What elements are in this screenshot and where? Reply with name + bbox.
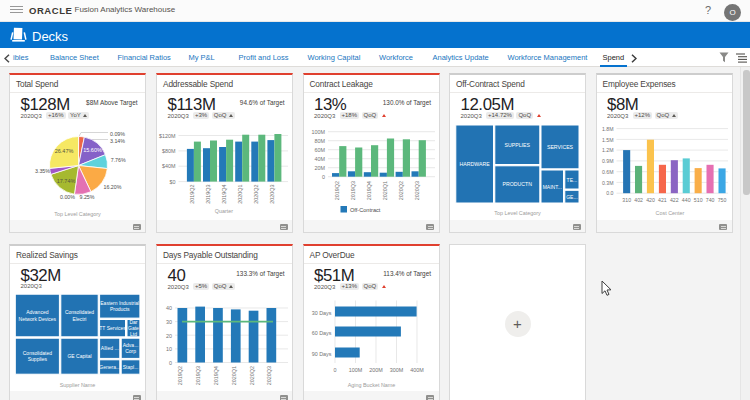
svg-text:GE...: GE... [566,193,577,199]
svg-text:Stapl...: Stapl... [123,364,139,370]
svg-text:30: 30 [166,318,172,324]
svg-text:0: 0 [169,359,172,365]
svg-text:40: 40 [166,305,172,311]
svg-text:Ltd: Ltd [130,331,137,337]
svg-text:100M: 100M [311,128,325,134]
svg-text:Gate: Gate [128,325,139,331]
svg-text:2020Q2: 2020Q2 [253,184,259,203]
svg-text:2019Q2: 2019Q2 [189,184,195,203]
svg-text:$40M: $40M [162,163,176,169]
svg-text:TE...: TE... [567,176,578,182]
svg-text:$80M: $80M [162,148,176,154]
svg-text:2019Q4: 2019Q4 [221,184,227,203]
svg-text:400M: 400M [410,367,424,373]
svg-text:402: 402 [634,197,643,203]
svg-text:421: 421 [658,197,667,203]
svg-text:Products: Products [110,306,130,312]
svg-text:60M: 60M [314,146,325,152]
svg-text:Allied ...: Allied ... [101,345,119,351]
svg-text:2020Q3: 2020Q3 [269,184,275,203]
svg-text:1.5M: 1.5M [601,136,613,142]
svg-text:0: 0 [333,367,336,373]
svg-text:Supplier Name: Supplier Name [60,381,96,387]
svg-text:420: 420 [646,197,655,203]
svg-text:2019Q2: 2019Q2 [177,366,183,385]
svg-text:PRODUCTN: PRODUCTN [503,181,533,187]
svg-text:0.6M: 0.6M [601,168,613,174]
svg-text:Quarter: Quarter [215,208,233,214]
svg-text:0.0: 0.0 [606,190,613,196]
svg-text:3.14%: 3.14% [110,137,125,143]
svg-text:SUPPLIES: SUPPLIES [505,141,531,147]
svg-text:2019Q4: 2019Q4 [366,181,372,200]
svg-text:2020Q1: 2020Q1 [381,181,387,200]
svg-text:510: 510 [693,197,702,203]
svg-text:1.8M: 1.8M [601,125,613,131]
svg-text:Advanced: Advanced [26,309,48,315]
svg-text:Supplies: Supplies [28,356,48,362]
svg-text:Top Level Category: Top Level Category [54,210,101,216]
svg-text:2020Q2: 2020Q2 [397,181,403,200]
svg-text:Top Level Category: Top Level Category [494,209,541,215]
svg-text:300M: 300M [389,367,403,373]
svg-text:9.25%: 9.25% [80,194,95,200]
svg-text:10: 10 [166,346,172,352]
svg-text:310: 310 [622,197,631,203]
svg-text:HARDWARE: HARDWARE [460,161,491,167]
svg-text:0.00%: 0.00% [60,194,75,200]
svg-text:$120M: $120M [159,132,176,138]
svg-text:GE Capital: GE Capital [67,353,91,359]
svg-text:750: 750 [717,197,726,203]
svg-text:2020Q1: 2020Q1 [237,184,243,203]
svg-text:1.2M: 1.2M [601,147,613,153]
svg-text:15.60%: 15.60% [83,146,102,152]
svg-text:Consolidated: Consolidated [65,309,94,315]
svg-text:Genera...: Genera... [99,364,120,370]
svg-text:Eastern Industrial: Eastern Industrial [100,300,139,306]
svg-text:0: 0 [322,173,325,179]
svg-text:100M: 100M [348,367,362,373]
svg-text:16.20%: 16.20% [104,183,122,189]
svg-text:17.74%: 17.74% [57,178,76,184]
svg-text:2019Q3: 2019Q3 [350,181,356,200]
svg-text:20M: 20M [314,164,325,170]
svg-text:$0: $0 [170,178,176,184]
svg-text:90 Days: 90 Days [311,350,331,356]
svg-text:2019Q3: 2019Q3 [205,184,211,203]
svg-text:2019Q4: 2019Q4 [213,366,219,385]
svg-text:60 Days: 60 Days [311,329,331,335]
svg-text:Network Devices: Network Devices [19,315,57,321]
svg-text:0.09%: 0.09% [110,130,125,136]
svg-text:MAINT...: MAINT... [543,183,562,189]
svg-text:422: 422 [669,197,678,203]
svg-text:Aging Bucket Name: Aging Bucket Name [347,381,395,387]
svg-text:20: 20 [166,332,172,338]
svg-text:Electri: Electri [73,315,87,321]
svg-text:Cost Center: Cost Center [655,210,684,216]
svg-text:26.47%: 26.47% [55,148,74,154]
svg-text:2020Q3: 2020Q3 [266,366,272,385]
svg-text:Adva...: Adva... [123,342,139,348]
svg-text:TT Services: TT Services [99,325,126,331]
svg-text:2019Q2: 2019Q2 [334,181,340,200]
svg-text:0.9M: 0.9M [601,158,613,164]
svg-text:80M: 80M [314,137,325,143]
svg-text:Off-Contract: Off-Contract [350,206,381,212]
svg-text:3.35%: 3.35% [35,167,50,173]
svg-text:40M: 40M [314,155,325,161]
svg-text:740: 740 [705,197,714,203]
svg-text:7.76%: 7.76% [111,156,126,162]
svg-text:30 Days: 30 Days [311,309,331,315]
svg-text:Consolidated: Consolidated [23,350,52,356]
svg-text:Corp: Corp [125,348,136,354]
svg-text:2020Q1: 2020Q1 [231,366,237,385]
svg-text:2020Q2: 2020Q2 [249,366,255,385]
svg-text:440: 440 [681,197,690,203]
svg-text:2019Q3: 2019Q3 [195,366,201,385]
svg-text:Dar: Dar [129,319,137,325]
svg-text:0.3M: 0.3M [601,179,613,185]
svg-text:2020Q3: 2020Q3 [413,181,419,200]
svg-text:SERVICES: SERVICES [547,143,574,149]
svg-text:200M: 200M [369,367,383,373]
